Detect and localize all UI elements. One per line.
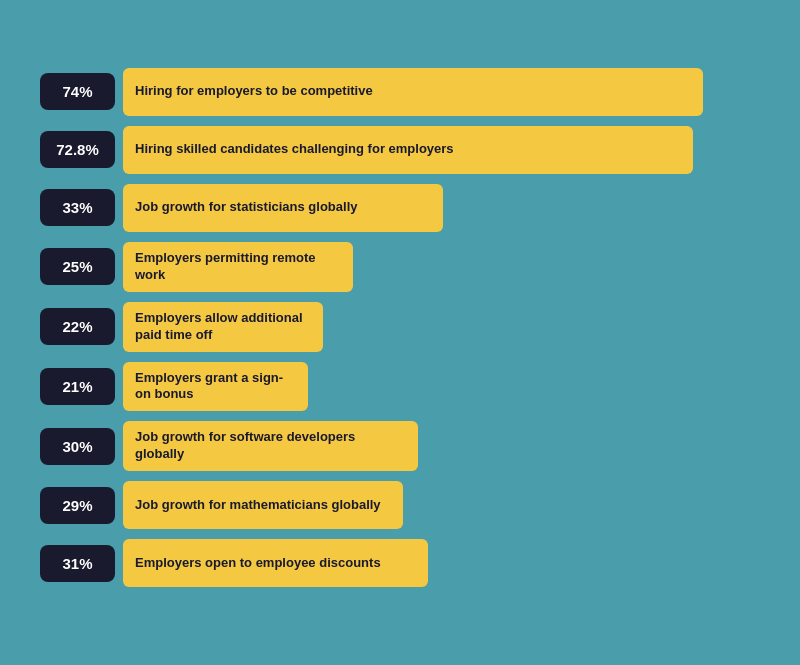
bar-percentage-label: 31% (40, 545, 115, 582)
bar-row: 33%Job growth for statisticians globally (40, 184, 760, 232)
bar-label-text: Job growth for mathematicians globally (135, 497, 381, 514)
bar-row: 74%Hiring for employers to be competitiv… (40, 68, 760, 116)
bar-label-text: Job growth for statisticians globally (135, 199, 357, 216)
bar: Job growth for mathematicians globally (123, 481, 403, 529)
bar-percentage-label: 22% (40, 308, 115, 345)
bar: Hiring skilled candidates challenging fo… (123, 126, 693, 174)
bar-wrapper: Hiring skilled candidates challenging fo… (123, 126, 693, 174)
bar-label-text: Job growth for software developers globa… (135, 429, 406, 463)
bar-percentage-label: 30% (40, 428, 115, 465)
bar: Employers grant a sign-on bonus (123, 362, 308, 412)
bar-wrapper: Job growth for mathematicians globally (123, 481, 403, 529)
bar-row: 25%Employers permitting remote work (40, 242, 760, 292)
bar-wrapper: Employers grant a sign-on bonus (123, 362, 308, 412)
bar-row: 29%Job growth for mathematicians globall… (40, 481, 760, 529)
bar-row: 30%Job growth for software developers gl… (40, 421, 760, 471)
bar-wrapper: Job growth for statisticians globally (123, 184, 443, 232)
bar-row: 72.8%Hiring skilled candidates challengi… (40, 126, 760, 174)
bar: Employers open to employee discounts (123, 539, 428, 587)
bar-label-text: Hiring skilled candidates challenging fo… (135, 141, 454, 158)
bar-label-text: Employers allow additional paid time off (135, 310, 311, 344)
bar-wrapper: Job growth for software developers globa… (123, 421, 418, 471)
bar-percentage-label: 29% (40, 487, 115, 524)
bar: Employers permitting remote work (123, 242, 353, 292)
bar-label-text: Employers grant a sign-on bonus (135, 370, 296, 404)
bar-row: 21%Employers grant a sign-on bonus (40, 362, 760, 412)
bar-label-text: Employers open to employee discounts (135, 555, 381, 572)
bar-row: 22%Employers allow additional paid time … (40, 302, 760, 352)
bar-percentage-label: 33% (40, 189, 115, 226)
bar-wrapper: Employers permitting remote work (123, 242, 353, 292)
bar-wrapper: Employers open to employee discounts (123, 539, 428, 587)
chart-container: 74%Hiring for employers to be competitiv… (30, 48, 770, 617)
bar-label-text: Employers permitting remote work (135, 250, 341, 284)
bar-label-text: Hiring for employers to be competitive (135, 83, 373, 100)
bar-wrapper: Hiring for employers to be competitive (123, 68, 703, 116)
bar: Job growth for software developers globa… (123, 421, 418, 471)
bar-wrapper: Employers allow additional paid time off (123, 302, 323, 352)
bar-percentage-label: 72.8% (40, 131, 115, 168)
bar: Employers allow additional paid time off (123, 302, 323, 352)
bar: Job growth for statisticians globally (123, 184, 443, 232)
bar-percentage-label: 25% (40, 248, 115, 285)
bar-row: 31%Employers open to employee discounts (40, 539, 760, 587)
bar-percentage-label: 74% (40, 73, 115, 110)
bar-percentage-label: 21% (40, 368, 115, 405)
bar: Hiring for employers to be competitive (123, 68, 703, 116)
